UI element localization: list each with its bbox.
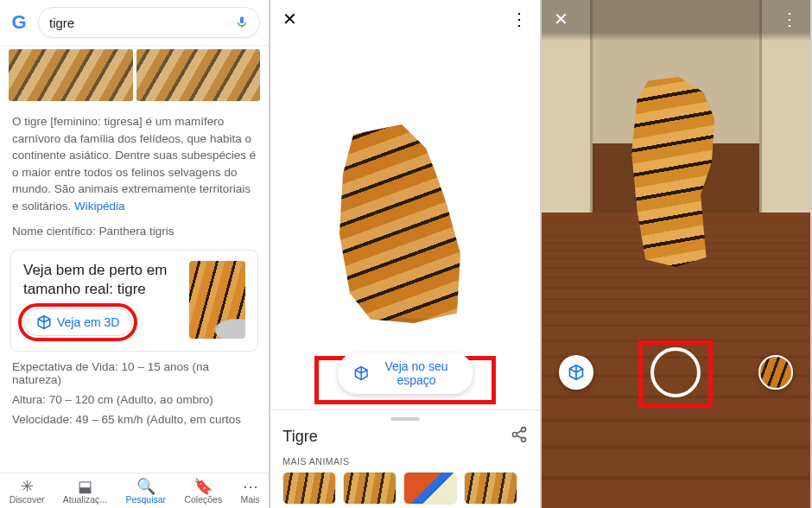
- description-text: O tigre [feminino: tigresa] é um mamífer…: [12, 115, 256, 213]
- nav-label: Coleções: [184, 494, 222, 505]
- fact-value: 70 – 120 cm (Adulto, ao ombro): [49, 393, 213, 406]
- nav-label: Pesquisar: [125, 494, 166, 505]
- bottom-nav: ✳ Discover ⬓ Atualizaç... 🔍 Pesquisar 🔖 …: [0, 473, 269, 508]
- search-icon: 🔍: [136, 479, 155, 494]
- button-label: Veja no seu espaço: [376, 359, 457, 387]
- scientific-name-row: Nome científico: Panthera tigris: [0, 223, 269, 244]
- search-field-wrap[interactable]: [38, 7, 260, 38]
- bottom-sheet[interactable]: Tigre MAIS ANIMAIS: [270, 410, 539, 508]
- tiger-thumbnail: [189, 261, 245, 339]
- sheet-title-row: Tigre: [282, 426, 527, 448]
- nav-updates[interactable]: ⬓ Atualizaç...: [63, 479, 107, 505]
- animal-chip[interactable]: [403, 472, 457, 505]
- image-thumbs: [0, 46, 269, 105]
- more-vert-icon[interactable]: ⋮: [511, 10, 528, 28]
- sheet-title: Tigre: [282, 428, 317, 446]
- fact-row: Velocidade: 49 – 65 km/h (Adulto, em cur…: [0, 410, 269, 429]
- cube-3d-icon: [36, 314, 52, 330]
- tray-icon: ⬓: [78, 479, 92, 494]
- tiger-3d-canvas[interactable]: Veja no seu espaço: [270, 38, 539, 410]
- button-label: Veja em 3D: [57, 315, 119, 329]
- google-logo-icon: G: [9, 12, 29, 33]
- more-vert-icon[interactable]: ⋮: [781, 10, 798, 28]
- viewer-topbar: ✕ ⋮: [270, 0, 539, 38]
- nav-more[interactable]: ⋯ Mais: [240, 479, 259, 505]
- search-bar: G: [0, 0, 269, 46]
- shutter-button[interactable]: [650, 347, 701, 397]
- view-3d-card: Veja bem de perto em tamanho real: tigre…: [10, 250, 258, 352]
- nav-collections[interactable]: 🔖 Coleções: [184, 479, 222, 505]
- share-icon[interactable]: [511, 426, 528, 448]
- sci-name-label: Nome científico:: [12, 225, 96, 238]
- card-text: Veja bem de perto em tamanho real: tigre: [23, 261, 182, 298]
- animal-chip[interactable]: [282, 472, 336, 505]
- nav-label: Atualizaç...: [63, 494, 107, 505]
- toggle-3d-button[interactable]: [559, 355, 593, 390]
- wikipedia-link[interactable]: Wikipédia: [74, 200, 125, 213]
- panel-search-results: G O tigre [feminino: tigresa] é um mamíf…: [0, 0, 270, 508]
- fact-value: 49 – 65 km/h (Adulto, em curtos: [76, 413, 241, 426]
- animal-chip[interactable]: [343, 472, 396, 505]
- fact-row: Altura: 70 – 120 cm (Adulto, ao ombro): [0, 390, 269, 410]
- view-in-your-space-button[interactable]: Veja no seu espaço: [338, 352, 473, 394]
- nav-search[interactable]: 🔍 Pesquisar: [125, 479, 166, 505]
- fact-row: Expectativa de Vida: 10 – 15 anos (na na…: [0, 357, 269, 390]
- ar-topbar: ✕ ⋮: [542, 0, 810, 38]
- panel-ar-view: ✕ ⋮ Tigre MAIS ANIMAIS: [542, 0, 812, 508]
- ar-camera-view[interactable]: ✕ ⋮: [542, 0, 810, 410]
- knowledge-description: O tigre [feminino: tigresa] é um mamífer…: [0, 105, 269, 223]
- mic-icon[interactable]: [235, 16, 249, 29]
- close-icon[interactable]: ✕: [282, 10, 297, 28]
- nav-discover[interactable]: ✳ Discover: [10, 479, 45, 505]
- animal-chip[interactable]: [464, 472, 517, 505]
- image-thumb[interactable]: [9, 49, 133, 101]
- close-icon[interactable]: ✕: [554, 10, 568, 28]
- last-capture-thumb[interactable]: [758, 355, 793, 390]
- search-input[interactable]: [49, 16, 235, 30]
- sci-name-value: Panthera tigris: [99, 225, 174, 238]
- fact-key: Altura:: [12, 393, 46, 406]
- bookmark-icon: 🔖: [193, 479, 213, 494]
- animal-chips: [282, 472, 527, 505]
- image-thumb[interactable]: [136, 49, 261, 101]
- panel-3d-viewer: ✕ ⋮ Veja no seu espaço Tigre MAIS ANIMAI…: [270, 0, 541, 508]
- fact-key: Velocidade:: [12, 413, 73, 426]
- more-horiz-icon: ⋯: [243, 479, 258, 494]
- tiger-3d-model: [319, 124, 492, 323]
- more-animals-label: MAIS ANIMAIS: [282, 456, 527, 467]
- fact-key: Expectativa de Vida:: [12, 360, 118, 373]
- cube-3d-icon: [353, 365, 369, 381]
- ar-controls: [542, 347, 810, 397]
- nav-label: Mais: [240, 494, 259, 505]
- spark-icon: ✳: [21, 479, 34, 494]
- view-in-3d-button[interactable]: Veja em 3D: [23, 308, 132, 336]
- nav-label: Discover: [10, 494, 45, 505]
- drag-handle-icon[interactable]: [390, 417, 420, 421]
